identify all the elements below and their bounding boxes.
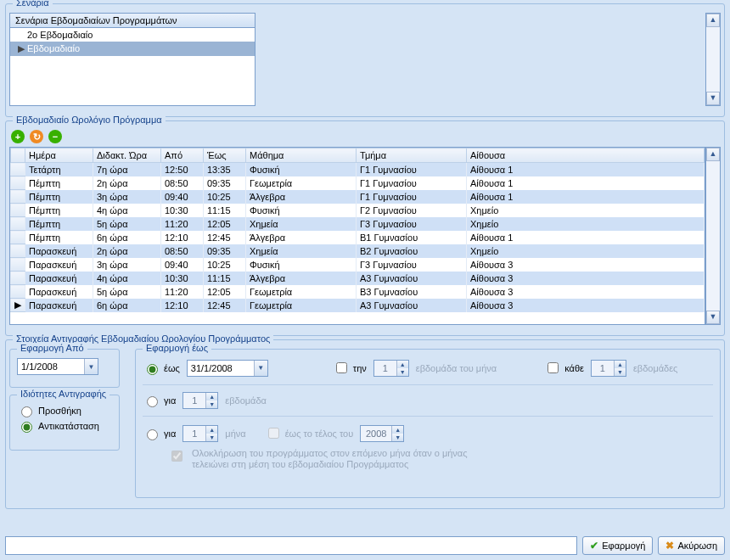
check-every[interactable]: κάθε [544, 360, 584, 376]
table-row[interactable]: Πέμπτη4η ώρα10:3011:15ΦυσικήΓ2 Γυμνασίου… [11, 204, 705, 217]
cell: 10:25 [204, 190, 246, 204]
cell: 10:25 [204, 258, 246, 272]
cell: Γεωμετρία [246, 285, 357, 299]
table-row[interactable]: Παρασκευή3η ώρα09:4010:25ΦυσικήΓ3 Γυμνασ… [11, 258, 705, 272]
row-marker-icon: ▶ [11, 299, 25, 312]
scenario-row-label: 2ο Εβδομαδιαίο [27, 30, 93, 40]
status-input[interactable] [5, 536, 577, 555]
column-header[interactable]: Έως [204, 148, 246, 163]
cell: 2η ώρα [93, 176, 161, 190]
cell: 4η ώρα [93, 204, 161, 217]
until-end-year-spin[interactable]: ▲▼ [360, 425, 404, 442]
column-header[interactable]: Από [161, 148, 204, 163]
spin-up-icon[interactable]: ▲ [391, 426, 403, 434]
radio-until[interactable]: έως [143, 361, 180, 375]
spin-down-icon[interactable]: ▼ [205, 400, 217, 408]
radio-for-months[interactable]: για [143, 427, 176, 440]
spin-up-icon[interactable]: ▲ [205, 426, 217, 434]
spin-down-icon[interactable]: ▼ [205, 434, 217, 441]
cell: Β3 Γυμνασίου [357, 285, 467, 299]
cell: Παρασκευή [25, 258, 93, 272]
scroll-down-icon[interactable]: ▼ [706, 311, 720, 324]
table-row[interactable]: Πέμπτη5η ώρα11:2012:05ΧημείαΓ3 Γυμνασίου… [11, 217, 705, 231]
cell: Άλγεβρα [246, 272, 357, 285]
cell: 12:05 [204, 217, 246, 231]
row-marker-icon [11, 231, 25, 244]
check-the-week[interactable]: την [333, 360, 367, 376]
table-row[interactable]: Πέμπτη3η ώρα09:4010:25ΆλγεβραΓ1 Γυμνασίο… [11, 190, 705, 204]
option-add[interactable]: Προσθήκη [17, 404, 112, 417]
spin-down-icon[interactable]: ▼ [391, 434, 403, 441]
cell: 11:15 [204, 272, 246, 285]
check-until-end[interactable]: έως το τέλος του [265, 425, 354, 441]
cell: 2η ώρα [93, 244, 161, 258]
from-date-value[interactable] [18, 361, 84, 372]
every-weeks-label: εβδομάδες [633, 363, 678, 373]
cell: Πέμπτη [25, 190, 93, 204]
column-header[interactable]: Ημέρα [25, 148, 93, 163]
to-date-value[interactable] [188, 363, 254, 373]
spin-up-icon[interactable]: ▲ [396, 361, 408, 368]
radio-for-weeks[interactable]: για [143, 394, 176, 407]
scenarios-list[interactable]: Σενάρια Εβδομαδιαίων Προγραμμάτων 2ο Εβδ… [9, 13, 256, 106]
scroll-up-icon[interactable]: ▲ [706, 14, 720, 27]
cell: Χημείο [467, 217, 705, 231]
cell: 3η ώρα [93, 190, 161, 204]
cancel-button[interactable]: ✖ Ακύρωση [658, 536, 725, 555]
scenarios-legend: Σενάρια [13, 0, 53, 8]
grid-scrollbar[interactable]: ▲ ▼ [705, 147, 721, 325]
column-header[interactable]: Διδακτ. Ώρα [93, 148, 161, 163]
row-marker-icon [11, 272, 25, 285]
column-header[interactable]: Αίθουσα [467, 148, 705, 163]
table-row[interactable]: ▶Παρασκευή6η ώρα12:1012:45ΓεωμετρίαΑ3 Γυ… [11, 299, 705, 312]
row-marker-icon [11, 285, 25, 299]
delete-icon[interactable]: − [48, 130, 62, 143]
schedule-legend: Εβδομαδιαίο Ωρολόγιο Πρόγραμμα [13, 115, 166, 125]
spin-down-icon[interactable]: ▼ [614, 368, 626, 376]
for-months-spin[interactable]: ▲▼ [182, 425, 218, 442]
add-icon[interactable]: + [11, 130, 25, 143]
schedule-grid[interactable]: ΗμέραΔιδακτ. ΏραΑπόΈωςΜάθημαΤμήμαΑίθουσα… [9, 147, 705, 325]
row-header-blank [11, 148, 25, 163]
table-row[interactable]: Πέμπτη2η ώρα08:5009:35ΓεωμετρίαΓ1 Γυμνασ… [11, 176, 705, 190]
scenario-row[interactable]: 2ο Εβδομαδιαίο [10, 28, 255, 42]
apply-button[interactable]: ✔ Εφαρμογή [582, 536, 653, 555]
spin-up-icon[interactable]: ▲ [205, 393, 217, 400]
table-row[interactable]: Τετάρτη7η ώρα12:5013:35ΦυσικήΓ1 Γυμνασίο… [11, 163, 705, 176]
column-header[interactable]: Μάθημα [246, 148, 357, 163]
week-of-month-spin[interactable]: ▲▼ [373, 360, 409, 377]
column-header[interactable]: Τμήμα [357, 148, 467, 163]
cell: 11:15 [204, 204, 246, 217]
scroll-down-icon[interactable]: ▼ [706, 92, 720, 105]
scroll-up-icon[interactable]: ▲ [706, 148, 720, 161]
table-row[interactable]: Παρασκευή2η ώρα08:5009:35ΧημείαΒ2 Γυμνασ… [11, 244, 705, 258]
cell: 6η ώρα [93, 299, 161, 312]
cell: Γ1 Γυμνασίου [357, 176, 467, 190]
every-weeks-spin[interactable]: ▲▼ [591, 360, 626, 377]
row-marker-icon [11, 244, 25, 258]
spin-down-icon[interactable]: ▼ [396, 368, 408, 376]
cell: Β2 Γυμνασίου [357, 244, 467, 258]
table-row[interactable]: Πέμπτη6η ώρα12:1012:45ΆλγεβραΒ1 Γυμνασίο… [11, 231, 705, 244]
cell: 09:40 [161, 258, 204, 272]
option-replace[interactable]: Αντικατάσταση [17, 419, 112, 433]
scenarios-scrollbar[interactable]: ▲ ▼ [705, 13, 721, 106]
refresh-icon[interactable]: ↻ [30, 130, 43, 143]
row-marker-icon [11, 190, 25, 204]
dropdown-icon[interactable]: ▼ [84, 359, 98, 374]
cell: 12:10 [161, 299, 204, 312]
for-weeks-spin[interactable]: ▲▼ [182, 392, 218, 409]
cell: Φυσική [246, 204, 357, 217]
to-date-input[interactable]: ▼ [187, 360, 268, 377]
spin-up-icon[interactable]: ▲ [614, 361, 626, 368]
dropdown-icon[interactable]: ▼ [254, 361, 267, 376]
cell: Πέμπτη [25, 217, 93, 231]
check-complete-month[interactable] [171, 451, 182, 462]
cell: Γ3 Γυμνασίου [357, 217, 467, 231]
table-row[interactable]: Παρασκευή5η ώρα11:2012:05ΓεωμετρίαΒ3 Γυμ… [11, 285, 705, 299]
scenarios-column-header: Σενάρια Εβδομαδιαίων Προγραμμάτων [10, 14, 255, 28]
cell: 10:30 [161, 204, 204, 217]
scenario-row[interactable]: ▶Εβδομαδιαίο [10, 42, 255, 56]
from-date-input[interactable]: ▼ [17, 358, 98, 375]
table-row[interactable]: Παρασκευή4η ώρα10:3011:15ΆλγεβραΑ3 Γυμνα… [11, 272, 705, 285]
